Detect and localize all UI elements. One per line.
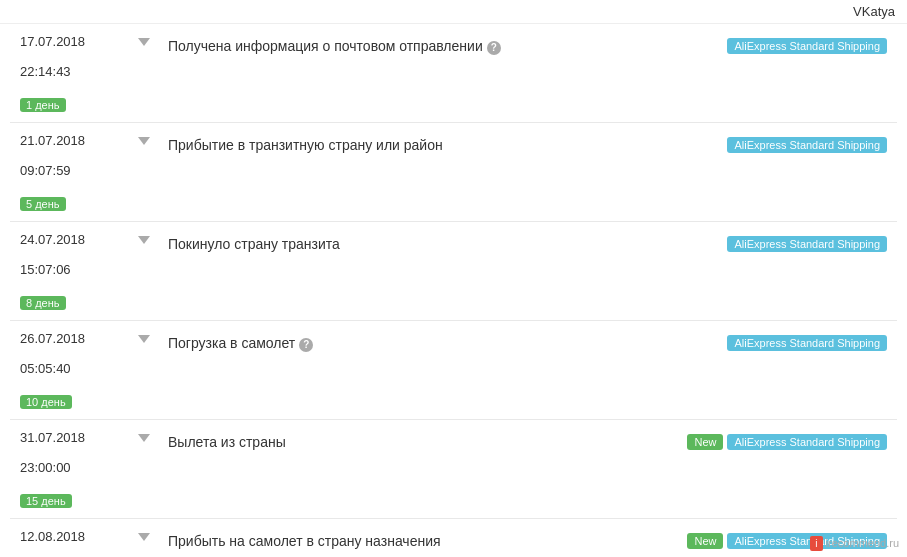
shipping-badge: AliExpress Standard Shipping	[727, 236, 887, 252]
shipping-badge: AliExpress Standard Shipping	[727, 335, 887, 351]
day-badge: 8 день	[20, 296, 66, 310]
table-row: 12.08.201823:00:0027 деньПрибыть на само…	[10, 519, 897, 557]
date-value: 24.07.2018	[20, 232, 85, 247]
date-value: 17.07.2018	[20, 34, 85, 49]
table-row: 31.07.201823:00:0015 деньВылета из стран…	[10, 420, 897, 519]
event-col: Прибытие в транзитную страну или район	[158, 133, 637, 153]
day-badge: 1 день	[20, 98, 66, 112]
date-col: 12.08.201823:00:0027 день	[10, 529, 130, 557]
event-col: Покинуло страну транзита	[158, 232, 637, 252]
arrow-col	[130, 34, 158, 46]
help-icon[interactable]: ?	[299, 338, 313, 352]
time-value: 23:00:00	[20, 460, 71, 475]
date-value: 12.08.2018	[20, 529, 85, 544]
username: VKatya	[853, 4, 895, 19]
date-col: 24.07.201815:07:068 день	[10, 232, 130, 310]
event-description: Погрузка в самолет	[168, 335, 295, 351]
day-badge: 10 день	[20, 395, 72, 409]
shipping-badge: AliExpress Standard Shipping	[727, 137, 887, 153]
event-description: Получена информация о почтовом отправлен…	[168, 38, 483, 54]
shipping-badge: AliExpress Standard Shipping	[727, 38, 887, 54]
table-row: 17.07.201822:14:431 деньПолучена информа…	[10, 24, 897, 123]
chevron-down-icon	[138, 533, 150, 541]
table-row: 21.07.201809:07:595 деньПрибытие в транз…	[10, 123, 897, 222]
help-icon[interactable]: ?	[487, 41, 501, 55]
chevron-down-icon	[138, 38, 150, 46]
event-description: Прибытие в транзитную страну или район	[168, 137, 443, 153]
badges-col: AliExpress Standard Shipping	[637, 34, 897, 54]
time-value: 09:07:59	[20, 163, 71, 178]
time-value: 15:07:06	[20, 262, 71, 277]
date-col: 31.07.201823:00:0015 день	[10, 430, 130, 508]
event-col: Погрузка в самолет?	[158, 331, 637, 352]
event-col: Получена информация о почтовом отправлен…	[158, 34, 637, 55]
chevron-down-icon	[138, 335, 150, 343]
date-value: 26.07.2018	[20, 331, 85, 346]
event-col: Вылета из страны	[158, 430, 637, 450]
day-badge: 5 день	[20, 197, 66, 211]
badges-col: AliExpress Standard Shipping	[637, 232, 897, 252]
event-col: Прибыть на самолет в страну назначения	[158, 529, 637, 549]
date-col: 17.07.201822:14:431 день	[10, 34, 130, 112]
date-value: 31.07.2018	[20, 430, 85, 445]
new-badge: New	[687, 434, 723, 450]
arrow-col	[130, 430, 158, 442]
time-value: 05:05:40	[20, 361, 71, 376]
new-badge: New	[687, 533, 723, 549]
badges-col: AliExpress Standard Shipping	[637, 331, 897, 351]
table-row: 26.07.201805:05:4010 деньПогрузка в само…	[10, 321, 897, 420]
table-row: 24.07.201815:07:068 деньПокинуло страну …	[10, 222, 897, 321]
date-value: 21.07.2018	[20, 133, 85, 148]
arrow-col	[130, 331, 158, 343]
event-description: Прибыть на самолет в страну назначения	[168, 533, 441, 549]
date-col: 21.07.201809:07:595 день	[10, 133, 130, 211]
event-description: Покинуло страну транзита	[168, 236, 340, 252]
day-badge: 15 день	[20, 494, 72, 508]
chevron-down-icon	[138, 137, 150, 145]
chevron-down-icon	[138, 236, 150, 244]
shipping-badge: AliExpress Standard Shipping	[727, 434, 887, 450]
arrow-col	[130, 133, 158, 145]
arrow-col	[130, 529, 158, 541]
date-col: 26.07.201805:05:4010 день	[10, 331, 130, 409]
badges-col: AliExpress Standard Shipping	[637, 133, 897, 153]
time-value: 22:14:43	[20, 64, 71, 79]
chevron-down-icon	[138, 434, 150, 442]
arrow-col	[130, 232, 158, 244]
event-description: Вылета из страны	[168, 434, 286, 450]
badges-col: NewAliExpress Standard Shipping	[637, 430, 897, 450]
tracking-list: 17.07.201822:14:431 деньПолучена информа…	[0, 24, 907, 557]
watermark-logo: i irecommend.ru	[810, 537, 899, 549]
